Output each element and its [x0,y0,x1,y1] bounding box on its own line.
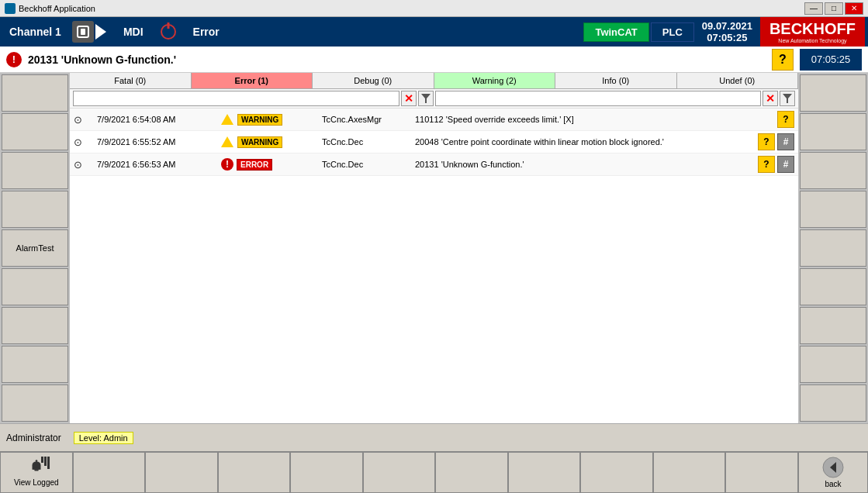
tab-warning[interactable]: Warning (2) [434,73,556,88]
svg-rect-4 [33,468,40,470]
alarm-test-button[interactable]: AlarmTest [2,229,68,267]
expand-button[interactable]: ⊙ [74,159,82,171]
log-message: 20131 'Unknown G-function.' [415,160,524,169]
channel-icon [72,21,94,43]
source-cell: TcCnc.Dec [318,131,411,153]
channel-arrow-icon [95,24,106,40]
row-help-button[interactable]: ? [777,111,794,128]
bottom-btn-2[interactable] [73,452,146,493]
bottom-btn-9[interactable] [580,452,653,493]
right-btn-2[interactable] [800,113,866,150]
right-btn-7[interactable] [800,307,866,344]
date-time-block: 09.07.2021 07:05:25 [696,20,759,43]
filter-funnel-right[interactable] [780,91,795,106]
right-btn-5[interactable] [800,229,866,267]
alert-help-button[interactable]: ? [772,49,794,71]
channel-label: Channel 1 [9,26,61,38]
bottom-btn-5[interactable] [290,452,363,493]
tab-fatal[interactable]: Fatal (0) [70,73,192,88]
mode-block: MDI [111,24,156,40]
log-table: ⊙ 7/9/2021 6:54:08 AM WARNING TcCnc.Axes… [70,109,798,176]
maximize-button[interactable]: □ [825,2,843,15]
twincat-button[interactable]: TwinCAT [583,22,648,42]
status-bar: Administrator Level: Admin [0,423,868,451]
date-display: 09.07.2021 [702,20,752,32]
bottom-btn-8[interactable] [508,452,581,493]
alert-row: ! 20131 'Unknown G-function.' ? 07:05:25 [0,47,868,73]
log-row-0: ⊙ 7/9/2021 6:54:08 AM WARNING TcCnc.Axes… [70,109,798,131]
app-icon [5,3,16,14]
row-help-button[interactable]: ? [758,156,775,173]
title-bar: Beckhoff Application — □ ✕ [0,0,868,17]
left-btn-2[interactable] [2,113,68,150]
row-hash-button[interactable]: # [777,156,794,173]
bottom-btn-6[interactable] [363,452,436,493]
alert-message: 20131 'Unknown G-function.' [28,53,766,66]
warning-badge: WARNING [237,136,282,148]
filter-input-left[interactable] [73,91,399,106]
log-row-1: ⊙ 7/9/2021 6:55:52 AM WARNING TcCnc.Dec … [70,131,798,153]
main-area: AlarmTest Fatal (0) Error (1) Debug (0) … [0,73,868,423]
svg-marker-0 [421,94,431,103]
error-block: Error [181,24,232,40]
window-controls: — □ ✕ [804,2,863,15]
bottom-btn-4[interactable] [218,452,291,493]
back-label: back [825,480,841,488]
filter-input-right[interactable] [435,91,762,106]
tab-info[interactable]: Info (0) [555,73,677,88]
filter-clear-right[interactable]: ✕ [763,91,778,106]
left-btn-4[interactable] [2,191,68,228]
left-btn-3[interactable] [2,152,68,189]
expand-button[interactable]: ⊙ [74,136,82,148]
log-source: TcCnc.AxesMgr [322,115,382,124]
brand-name: BECKHOFF [769,20,856,38]
plc-button[interactable]: PLC [651,22,694,42]
row-help-button[interactable]: ? [758,133,775,150]
tab-undef[interactable]: Undef (0) [677,73,799,88]
right-btn-4[interactable] [800,191,866,228]
left-btn-9[interactable] [2,384,68,422]
mode-label: MDI [123,26,144,38]
expand-button[interactable]: ⊙ [74,114,82,126]
close-button[interactable]: ✕ [845,2,863,15]
bottom-btn-10[interactable] [653,452,726,493]
right-btn-3[interactable] [800,152,866,189]
left-side-buttons: AlarmTest [0,73,70,423]
back-button[interactable]: back [798,452,868,493]
bottom-btn-7[interactable] [435,452,508,493]
left-btn-7[interactable] [2,307,68,344]
right-btn-1[interactable] [800,74,866,112]
filter-row: ✕ ✕ [70,89,798,109]
left-btn-6[interactable] [2,268,68,305]
level-cell: WARNING [217,131,318,153]
log-message: 20048 'Centre point coordinate within li… [415,137,664,147]
tab-error[interactable]: Error (1) [192,73,313,88]
funnel-icon [421,94,431,103]
svg-point-3 [35,460,37,462]
timestamp-cell: 7/9/2021 6:55:52 AM [93,131,217,153]
power-icon [161,24,176,40]
expand-cell: ⊙ [70,153,93,176]
message-cell: 110112 'Speed override exceeds limit.' [… [411,109,752,131]
timestamp-cell: 7/9/2021 6:54:08 AM [93,109,217,131]
log-source: TcCnc.Dec [322,160,363,169]
right-btn-9[interactable] [800,384,866,422]
bottom-btn-3[interactable] [145,452,218,493]
left-btn-1[interactable] [2,74,68,112]
tab-debug[interactable]: Debug (0) [313,73,434,88]
log-row-2: ⊙ 7/9/2021 6:56:53 AM ! ERROR TcCnc.Dec … [70,153,798,176]
bottom-btn-view-logged[interactable]: View Logged [0,452,73,493]
filter-clear-left[interactable]: ✕ [401,91,417,106]
user-label: Administrator [6,433,61,443]
filter-funnel-left[interactable] [418,91,434,106]
left-btn-8[interactable] [2,346,68,383]
warning-badge: WARNING [237,114,282,126]
right-btn-6[interactable] [800,268,866,305]
minimize-button[interactable]: — [804,2,823,15]
log-timestamp: 7/9/2021 6:54:08 AM [97,115,176,124]
bottom-btn-11[interactable] [725,452,798,493]
svg-rect-2 [34,470,39,471]
row-hash-button[interactable]: # [777,133,794,150]
funnel-icon-right [783,94,792,103]
right-btn-8[interactable] [800,346,866,383]
